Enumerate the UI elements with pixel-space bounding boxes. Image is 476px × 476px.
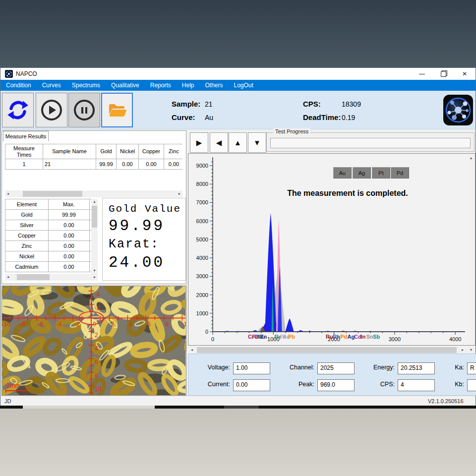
- menu-item-spectrums[interactable]: Spectrums: [66, 80, 106, 91]
- measurement-message: The measurement is completed.: [229, 189, 467, 198]
- element-table-vscrollbar[interactable]: ▴▾: [91, 199, 98, 274]
- pause-button[interactable]: [68, 93, 100, 127]
- element-col-header: Element: [5, 199, 49, 210]
- scroll-thumb[interactable]: [197, 347, 457, 353]
- element-marker-pd: Pd: [340, 334, 347, 340]
- scroll-thumb[interactable]: [23, 191, 82, 197]
- crosshair-v-label: 2: [95, 332, 98, 339]
- scroll-right-arrow[interactable]: ▸: [460, 347, 466, 354]
- folder-icon: [107, 100, 127, 120]
- element-table-row[interactable]: Nickel0.000.00: [5, 251, 92, 262]
- scroll-up-arrow[interactable]: ▴: [468, 155, 475, 161]
- svg-text:4000: 4000: [196, 255, 208, 261]
- voltage-field[interactable]: 1.00: [233, 362, 270, 374]
- refresh-icon: [6, 99, 29, 121]
- curve-value: Au: [205, 114, 213, 121]
- measure-cell: 21: [43, 159, 96, 170]
- scroll-down-arrow[interactable]: ▾: [91, 268, 98, 274]
- series-button-pt[interactable]: Pt: [372, 167, 390, 178]
- menu-item-reports[interactable]: Reports: [145, 80, 177, 91]
- crosshair-h-label: -8: [20, 321, 25, 328]
- svg-text:0: 0: [211, 336, 214, 342]
- element-cell: Copper: [5, 231, 49, 241]
- peak-field[interactable]: 969.0: [317, 379, 355, 391]
- channel-field[interactable]: 2025: [317, 362, 355, 374]
- series-button-pd[interactable]: Pd: [391, 167, 409, 178]
- close-button[interactable]: ✕: [455, 68, 475, 80]
- statusbar-version: V2.1.0.250516: [428, 398, 464, 404]
- nav-next-button[interactable]: ▶: [190, 132, 208, 153]
- tab-measure-results[interactable]: Measure Results: [3, 131, 49, 141]
- nav-down-button[interactable]: ▼: [248, 132, 266, 153]
- menu-item-curves[interactable]: Curves: [37, 80, 66, 91]
- element-marker-in: In: [360, 334, 365, 340]
- crosshair-v-label: 6: [95, 358, 98, 365]
- deadtime-label: DeadTime:: [303, 113, 341, 121]
- minimize-button[interactable]: —: [412, 68, 432, 80]
- chart-vscroll-down-arrow[interactable]: ▾: [468, 347, 475, 354]
- svg-text:8000: 8000: [196, 181, 208, 187]
- crosshair-h-label: -2: [74, 321, 80, 328]
- ka-field[interactable]: R: [467, 362, 476, 374]
- scroll-left-arrow[interactable]: ◂: [5, 274, 11, 281]
- element-table-row[interactable]: Silver0.000.00: [5, 220, 92, 231]
- crosshair-h-label: 4: [129, 321, 132, 328]
- crosshair-v-label: 8: [95, 372, 98, 379]
- maximize-button[interactable]: [433, 68, 453, 80]
- series-button-au[interactable]: Au: [333, 167, 352, 178]
- element-cell: 99.99: [49, 210, 90, 220]
- pause-icon: [74, 100, 95, 120]
- measure-table-hscrollbar[interactable]: ◂▸: [5, 190, 182, 197]
- current-field[interactable]: 0.00: [233, 379, 270, 391]
- crosshair-h-label: -10: [2, 321, 11, 328]
- svg-text:1000: 1000: [196, 310, 208, 316]
- element-table-row[interactable]: Copper0.000.00: [5, 231, 92, 241]
- menu-item-qualitative[interactable]: Qualitative: [106, 80, 145, 91]
- refresh-button[interactable]: [2, 93, 34, 127]
- crosshair-h-label: -4: [57, 321, 62, 328]
- start-button[interactable]: [36, 93, 67, 127]
- element-col-header: Max.: [49, 199, 90, 210]
- element-cell: 0.00: [49, 220, 90, 231]
- measure-table-row[interactable]: 12199.990.000.000.000.00: [5, 159, 183, 170]
- scroll-thumb[interactable]: [17, 274, 50, 280]
- screen: NAPCO — ✕ ConditionCurvesSpectrumsQualit…: [0, 0, 476, 476]
- chart-hscrollbar[interactable]: ◂▸: [189, 347, 466, 354]
- element-table-row[interactable]: Cadmium0.000.00: [5, 262, 92, 272]
- nav-prev-button[interactable]: ◀: [210, 132, 228, 153]
- gold-value-title: Gold Value: [109, 203, 181, 215]
- statusbar: JD V2.1.0.250516: [0, 396, 476, 406]
- toolbar: Sample: 21 Curve: Au CPS: 18309 DeadTime…: [0, 91, 476, 129]
- element-table-hscrollbar[interactable]: ◂▸: [5, 274, 98, 281]
- element-table-row[interactable]: Zinc0.000.00: [5, 241, 92, 251]
- measure-cell: 0.00: [117, 159, 139, 170]
- measure-cell: 0.00: [139, 159, 164, 170]
- menu-item-others[interactable]: Others: [200, 80, 229, 91]
- measure-cell: 99.99: [96, 159, 117, 170]
- nav-up-button[interactable]: ▲: [229, 132, 247, 153]
- chart-vscrollbar[interactable]: ▴: [468, 154, 475, 345]
- scroll-left-arrow[interactable]: ◂: [5, 190, 11, 197]
- kb-field[interactable]: [467, 379, 476, 391]
- open-button[interactable]: [101, 93, 133, 127]
- scroll-up-arrow[interactable]: ▴: [91, 199, 98, 205]
- scroll-left-arrow[interactable]: ◂: [189, 347, 195, 354]
- cps-value: 18309: [342, 100, 361, 108]
- karat-label: Karat:: [109, 237, 159, 251]
- series-button-ag[interactable]: Ag: [353, 167, 371, 178]
- scroll-right-arrow[interactable]: ▸: [92, 274, 98, 281]
- menu-item-logout[interactable]: LogOut: [229, 80, 259, 91]
- menu-item-condition[interactable]: Condition: [0, 80, 37, 91]
- crosshair-v-label: 10: [95, 386, 102, 393]
- arrow-next-icon: ▶: [196, 138, 202, 147]
- element-cell: 0.00: [49, 241, 90, 251]
- element-table-row[interactable]: Gold99.9999.99: [5, 210, 92, 220]
- gold-value-number: 99.99: [109, 217, 165, 235]
- scroll-thumb[interactable]: [92, 206, 97, 228]
- svg-text:3000: 3000: [196, 273, 208, 279]
- svg-text:4000: 4000: [449, 336, 461, 342]
- menu-item-help[interactable]: Help: [177, 80, 200, 91]
- scroll-right-arrow[interactable]: ▸: [177, 190, 182, 197]
- arrow-prev-icon: ◀: [216, 138, 222, 147]
- element-cell: 0.00: [49, 262, 90, 272]
